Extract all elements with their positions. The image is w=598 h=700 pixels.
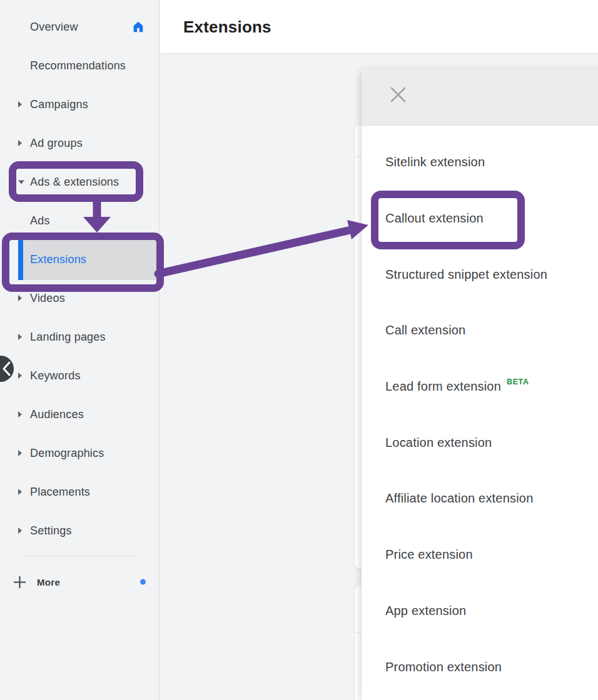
sidebar-item-label: Landing pages bbox=[30, 331, 106, 344]
beta-badge: BETA bbox=[507, 378, 529, 386]
home-icon bbox=[131, 20, 145, 34]
menu-item-label: Promotion extension bbox=[385, 660, 502, 674]
caret-icon bbox=[18, 101, 22, 108]
sidebar-item[interactable]: Ads & extensions bbox=[0, 162, 158, 201]
plus-icon bbox=[13, 576, 26, 589]
sidebar-item[interactable]: Settings bbox=[0, 511, 158, 550]
sidebar-item[interactable]: Recommendations bbox=[0, 46, 158, 85]
menu-item-label: Price extension bbox=[385, 548, 473, 562]
menu-item[interactable]: Promotion extension bbox=[362, 639, 598, 695]
sidebar-item[interactable]: Extensions bbox=[0, 240, 158, 279]
extension-menu-list: Sitelink extension Callout extension Str… bbox=[362, 126, 598, 695]
menu-item-label: Call extension bbox=[385, 323, 465, 338]
menu-item[interactable]: Call extension bbox=[362, 302, 598, 359]
sidebar-item-label: Recommendations bbox=[30, 59, 126, 72]
caret-icon bbox=[18, 489, 22, 495]
sidebar-divider bbox=[23, 556, 135, 556]
menu-item-label: Lead form extension bbox=[385, 379, 501, 394]
annotation-arrow-to-callout bbox=[158, 220, 368, 274]
sidebar-item-label: Campaigns bbox=[30, 98, 88, 111]
sidebar-item-label: Overview bbox=[30, 21, 78, 34]
sidebar-item-label: Demographics bbox=[30, 447, 104, 460]
menu-item[interactable]: Affiliate location extension bbox=[362, 471, 598, 527]
menu-item-label: Sitelink extension bbox=[385, 155, 485, 169]
menu-item-label: Structured snippet extension bbox=[385, 268, 547, 282]
sidebar-item-more[interactable]: More bbox=[0, 568, 159, 596]
page-header: Extensions bbox=[160, 0, 598, 54]
sidebar-nav-list: Overview Recommendations Campaigns Ad gr… bbox=[0, 8, 158, 550]
page-title: Extensions bbox=[183, 17, 271, 36]
sidebar-item-label: Videos bbox=[30, 292, 65, 305]
menu-item[interactable]: Structured snippet extension bbox=[362, 246, 598, 302]
menu-item-label: App extension bbox=[385, 604, 466, 618]
sidebar: Overview Recommendations Campaigns Ad gr… bbox=[0, 0, 160, 700]
menu-item[interactable]: App extension bbox=[362, 583, 598, 639]
sidebar-item[interactable]: Overview bbox=[0, 8, 158, 46]
sidebar-item[interactable]: Placements bbox=[0, 472, 158, 511]
sidebar-item-label: Ads & extensions bbox=[30, 176, 119, 189]
caret-icon bbox=[18, 334, 22, 340]
close-icon bbox=[390, 86, 407, 103]
sidebar-item[interactable]: Videos bbox=[0, 279, 158, 318]
caret-icon bbox=[18, 372, 22, 379]
sidebar-item-label: Keywords bbox=[30, 369, 81, 382]
menu-item[interactable]: Sitelink extension bbox=[362, 134, 598, 191]
sidebar-item[interactable]: Demographics bbox=[0, 434, 158, 472]
sidebar-item-label: Extensions bbox=[30, 253, 86, 266]
menu-item[interactable]: Lead form extension BETA bbox=[362, 359, 598, 415]
sidebar-item-label: Placements bbox=[30, 486, 90, 499]
sidebar-item[interactable]: Campaigns bbox=[0, 85, 158, 124]
sidebar-item[interactable]: Landing pages bbox=[0, 318, 158, 356]
extension-type-dropdown: Sitelink extension Callout extension Str… bbox=[362, 69, 598, 700]
sidebar-item-label: Audiences bbox=[30, 408, 84, 421]
notification-dot bbox=[140, 579, 146, 585]
sidebar-item[interactable]: Keywords bbox=[0, 356, 158, 395]
menu-item-label: Location extension bbox=[385, 436, 492, 450]
caret-icon bbox=[18, 450, 22, 456]
menu-item[interactable]: Price extension bbox=[362, 527, 598, 583]
menu-item-label: Callout extension bbox=[385, 211, 484, 226]
caret-icon bbox=[18, 140, 22, 146]
sidebar-item[interactable]: Audiences bbox=[0, 395, 158, 434]
menu-item[interactable]: Location extension bbox=[362, 414, 598, 471]
sidebar-item[interactable]: Ad groups bbox=[0, 124, 158, 162]
sidebar-item-label: Ad groups bbox=[30, 137, 83, 150]
close-button[interactable] bbox=[388, 86, 407, 105]
caret-icon bbox=[18, 411, 22, 418]
dropdown-header bbox=[362, 69, 598, 126]
caret-icon bbox=[18, 295, 22, 301]
sidebar-item-label: Settings bbox=[30, 524, 72, 538]
menu-item-label: Affiliate location extension bbox=[385, 491, 534, 506]
caret-icon bbox=[18, 181, 24, 184]
sidebar-item[interactable]: Ads bbox=[0, 201, 158, 240]
menu-item[interactable]: Callout extension bbox=[362, 191, 598, 247]
caret-icon bbox=[18, 528, 22, 534]
sidebar-item-label: Ads bbox=[30, 214, 50, 228]
chevron-left-icon bbox=[1, 361, 11, 377]
more-label: More bbox=[37, 577, 60, 588]
